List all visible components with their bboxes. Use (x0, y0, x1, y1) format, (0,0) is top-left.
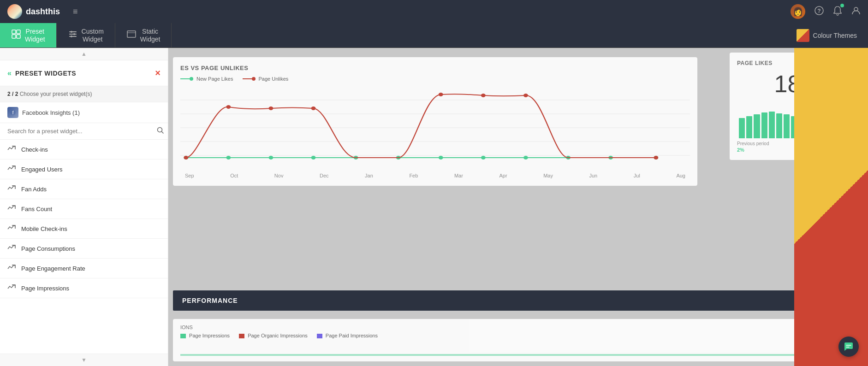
colour-swatch (797, 29, 809, 42)
trend-icon (7, 244, 17, 253)
svg-text:?: ? (817, 8, 820, 14)
svg-rect-4 (17, 30, 20, 34)
list-item-label: Page Consumptions (21, 245, 75, 252)
list-item[interactable]: Page Impressions (0, 278, 168, 298)
list-item[interactable]: Mobile Check-ins (0, 219, 168, 239)
tab-colour-themes[interactable]: Colour Themes (785, 23, 868, 47)
notification-badge (840, 4, 844, 7)
list-item-label: Fans Count (21, 206, 52, 213)
back-chevron-icon[interactable]: « (7, 69, 12, 77)
svg-point-9 (71, 35, 72, 37)
svg-point-38 (311, 106, 316, 110)
list-item-label: Page Engagement Rate (21, 265, 85, 272)
chart-title: ES VS PAGE UNLIKES (180, 65, 690, 71)
source-row[interactable]: f Facebook Insights (1) (0, 102, 168, 123)
svg-point-32 (523, 156, 528, 159)
bar (739, 118, 745, 138)
chat-button[interactable] (838, 336, 859, 357)
trend-icon (7, 185, 17, 193)
bar (776, 113, 782, 138)
bottom-bar (180, 354, 856, 356)
top-nav: dashthis ≡ 👩 ? (0, 0, 868, 23)
scroll-down-arrow[interactable]: ▼ (0, 354, 168, 366)
trend-icon (7, 264, 17, 272)
legend-unlikes: Page Unlikes (243, 76, 289, 82)
bottom-chart-title: IONS (180, 325, 856, 330)
svg-point-26 (269, 156, 273, 159)
nav-right: 👩 ? (791, 4, 861, 19)
list-item[interactable]: Page Engagement Rate (0, 259, 168, 278)
legend-color-rect (180, 334, 186, 338)
trend-icon (7, 284, 17, 292)
line-chart-svg (180, 86, 690, 169)
svg-point-30 (439, 156, 443, 159)
widget-list: Check-ins Engaged Users (0, 140, 168, 354)
sidebar-title: PRESET WIDGETS (15, 70, 76, 77)
performance-title: PERFORMANCE (182, 297, 238, 304)
logo-icon (7, 4, 22, 19)
svg-point-41 (481, 94, 486, 97)
source-label: Facebook Insights (1) (22, 109, 80, 116)
list-item[interactable]: Fan Adds (0, 179, 168, 199)
svg-point-8 (73, 33, 75, 35)
notifications-icon[interactable] (833, 6, 842, 18)
svg-rect-6 (17, 35, 20, 38)
tab-static-widget[interactable]: Static Widget (115, 23, 172, 47)
svg-point-37 (269, 106, 273, 110)
performance-band: PERFORMANCE (173, 290, 863, 311)
app-logo: dashthis (7, 4, 60, 19)
main-area: ▲ « PRESET WIDGETS × 2 / 2 Choose your p… (0, 48, 868, 366)
sidebar-panel: ▲ « PRESET WIDGETS × 2 / 2 Choose your p… (0, 48, 168, 366)
close-button[interactable]: × (155, 68, 161, 78)
tab-preset-widget[interactable]: Preset Widget (0, 23, 57, 47)
list-item[interactable]: Engaged Users (0, 159, 168, 179)
bottom-chart: IONS Page Impressions Page Organic Impre… (173, 319, 863, 361)
bar (746, 116, 752, 138)
bar (769, 112, 775, 138)
step-indicator: 2 / 2 Choose your preset widget(s) (0, 86, 168, 102)
legend-new-likes-label: New Page Likes (196, 76, 233, 82)
step-number: 2 / 2 (7, 91, 18, 97)
svg-point-40 (439, 93, 443, 96)
list-item-label: Fan Adds (21, 186, 47, 193)
facebook-icon: f (7, 107, 18, 118)
search-input[interactable] (4, 123, 157, 139)
svg-point-25 (226, 156, 231, 159)
trend-icon (7, 224, 17, 233)
list-item[interactable]: Fans Count (0, 199, 168, 219)
list-item-label: Check-ins (21, 146, 48, 153)
previous-period-label: Previous period (737, 141, 769, 146)
static-tab-line2: Widget (140, 35, 161, 43)
trend-icon (7, 205, 17, 213)
list-item[interactable]: Page Consumptions (0, 239, 168, 259)
svg-point-7 (71, 31, 72, 33)
search-icon[interactable] (157, 127, 164, 136)
preset-tab-line2: Widget (25, 35, 45, 43)
scroll-up-arrow[interactable]: ▲ (0, 48, 168, 60)
svg-line-14 (162, 131, 164, 133)
help-icon[interactable]: ? (814, 6, 824, 18)
svg-point-43 (654, 156, 658, 159)
static-tab-icon (126, 29, 137, 41)
list-item-label: Page Impressions (21, 285, 69, 292)
list-item[interactable]: Check-ins (0, 140, 168, 159)
svg-rect-5 (12, 35, 16, 38)
bottom-chart-legend: Page Impressions Page Organic Impression… (180, 333, 856, 338)
tab-custom-widget[interactable]: Custom Widget (57, 23, 115, 47)
dashboard-area: ES VS PAGE UNLIKES New Page Likes Page U… (168, 48, 868, 366)
bar (761, 112, 767, 138)
custom-tab-line2: Widget (82, 35, 104, 43)
user-icon[interactable] (851, 6, 861, 18)
svg-rect-10 (127, 31, 136, 37)
sidebar-header: « PRESET WIDGETS × (0, 60, 168, 86)
svg-point-42 (523, 94, 528, 97)
bar (754, 114, 760, 138)
preset-tab-icon (11, 29, 21, 41)
hamburger-button[interactable]: ≡ (73, 7, 78, 17)
svg-point-16 (190, 77, 193, 81)
colour-themes-panel (794, 48, 868, 366)
tabs-bar: Preset Widget Custom Widget Static W (0, 23, 868, 48)
bottom-chart-bars (180, 342, 856, 356)
svg-rect-3 (12, 30, 16, 34)
avatar[interactable]: 👩 (791, 4, 805, 19)
